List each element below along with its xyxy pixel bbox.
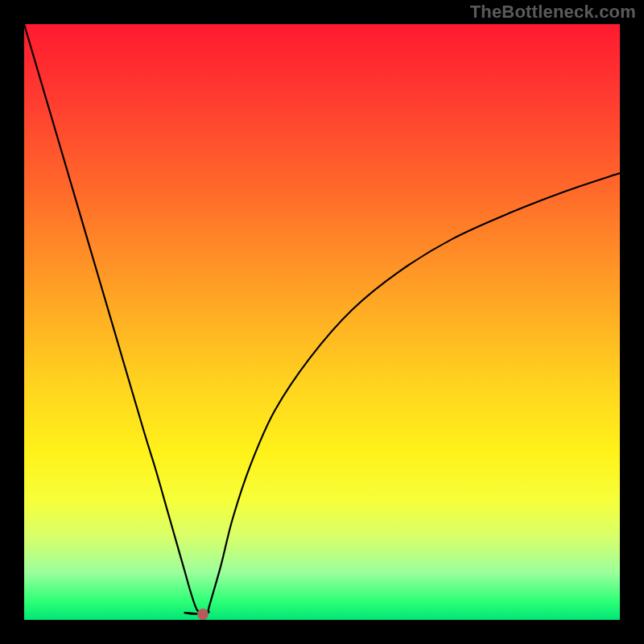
optimum-marker [197, 609, 208, 620]
plot-area [24, 24, 620, 620]
bottleneck-curve [24, 24, 620, 620]
chart-frame: TheBottleneck.com [0, 0, 644, 644]
curve-path [24, 24, 620, 614]
watermark-text: TheBottleneck.com [470, 2, 636, 23]
